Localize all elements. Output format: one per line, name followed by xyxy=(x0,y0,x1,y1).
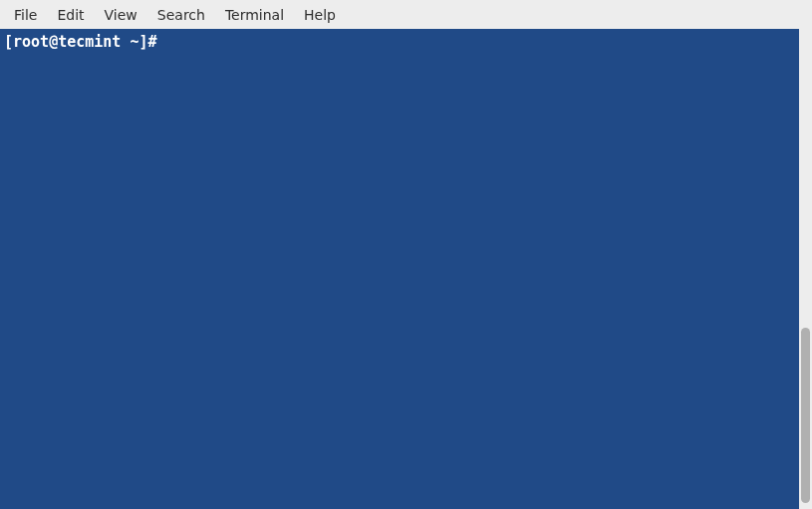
terminal-viewport[interactable]: [root@tecmint ~]# xyxy=(0,29,799,509)
shell-prompt: [root@tecmint ~]# xyxy=(4,33,166,51)
menubar: File Edit View Search Terminal Help xyxy=(0,0,812,29)
terminal-area: [root@tecmint ~]# xyxy=(0,29,812,509)
menu-terminal[interactable]: Terminal xyxy=(215,3,294,27)
vertical-scrollbar[interactable] xyxy=(799,29,812,509)
scrollbar-thumb[interactable] xyxy=(801,328,810,503)
menu-edit[interactable]: Edit xyxy=(47,3,94,27)
menu-view[interactable]: View xyxy=(95,3,147,27)
menu-file[interactable]: File xyxy=(4,3,47,27)
terminal-window: File Edit View Search Terminal Help [roo… xyxy=(0,0,812,509)
menu-help[interactable]: Help xyxy=(294,3,346,27)
menu-search[interactable]: Search xyxy=(147,3,215,27)
